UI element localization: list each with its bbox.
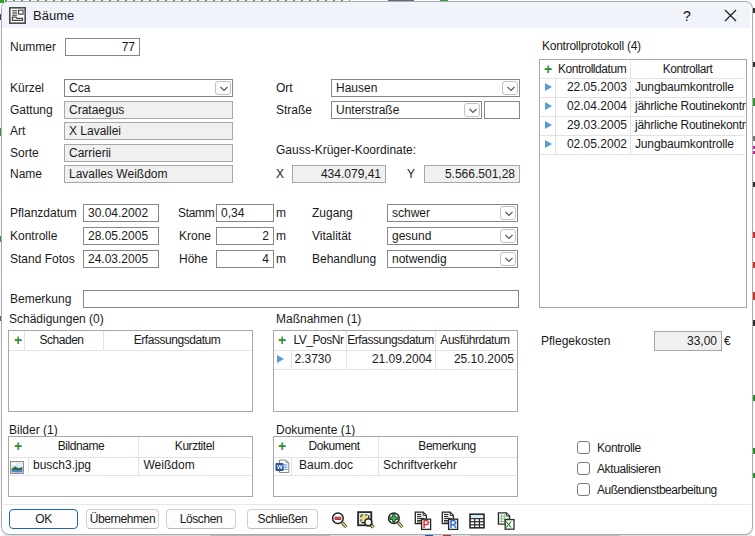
svg-text:R: R [449, 519, 457, 530]
svg-text:P: P [423, 519, 430, 530]
